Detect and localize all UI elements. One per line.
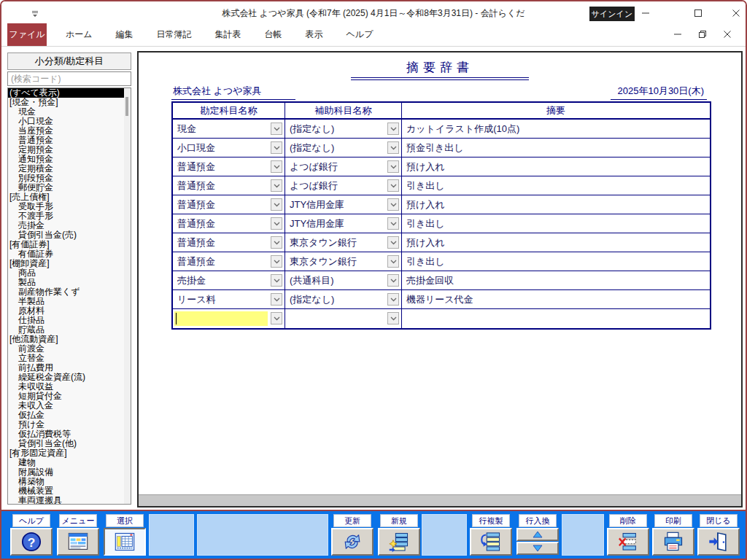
account-item[interactable]: 貸倒引当金(売): [8, 230, 131, 240]
subaccount-cell[interactable]: よつば銀行: [285, 176, 402, 195]
summary-cell[interactable]: 預け入れ: [402, 233, 710, 252]
dropdown-button[interactable]: [271, 179, 282, 192]
account-item[interactable]: 受取手形: [8, 202, 131, 211]
summary-cell[interactable]: 引き出し: [402, 214, 710, 233]
dropdown-button[interactable]: [387, 141, 399, 154]
account-item[interactable]: 未収収益: [8, 382, 131, 392]
toolbar-button-update[interactable]: 更新: [331, 514, 374, 556]
account-item[interactable]: 貸倒引当金(他): [8, 439, 131, 448]
account-category[interactable]: [現金・預金]: [8, 98, 131, 107]
dropdown-button[interactable]: [271, 198, 282, 211]
account-item[interactable]: 短期貸付金: [8, 392, 131, 401]
menu-item-daily-bookkeeping[interactable]: 日常簿記: [145, 28, 204, 41]
account-item[interactable]: (すべて表示): [8, 88, 131, 98]
account-item[interactable]: 立替金: [8, 354, 131, 363]
account-item[interactable]: 仕掛品: [8, 316, 131, 325]
summary-cell[interactable]: [402, 309, 710, 328]
dropdown-button[interactable]: [271, 217, 282, 230]
account-item[interactable]: 当座預金: [8, 126, 131, 136]
summary-cell[interactable]: 売掛金回収: [402, 271, 710, 289]
account-cell[interactable]: [173, 309, 285, 328]
subaccount-cell[interactable]: [285, 309, 402, 328]
dropdown-button[interactable]: [387, 198, 399, 211]
account-item[interactable]: 普通預金: [8, 136, 131, 145]
account-item[interactable]: 繰延税金資産(流): [8, 373, 131, 382]
account-item[interactable]: 半製品: [8, 297, 131, 306]
subaccount-cell[interactable]: 東京タウン銀行: [285, 233, 402, 252]
close-button[interactable]: [725, 6, 747, 20]
account-item[interactable]: 副産物作業くず: [8, 287, 131, 297]
dropdown-button[interactable]: [271, 312, 282, 324]
account-item[interactable]: 機械装置: [8, 486, 131, 496]
menu-file-tab[interactable]: ファイル: [7, 23, 47, 46]
account-item[interactable]: 原材料: [8, 306, 131, 316]
account-item[interactable]: 別段預金: [8, 174, 131, 183]
dropdown-button[interactable]: [387, 160, 399, 173]
summary-cell[interactable]: 引き出し: [402, 176, 710, 195]
account-name-input[interactable]: [174, 311, 268, 326]
dropdown-button[interactable]: [271, 141, 282, 154]
toolbar-button-help[interactable]: ヘルプ ?: [10, 514, 53, 556]
account-item[interactable]: 通知預金: [8, 155, 131, 164]
dropdown-button[interactable]: [271, 255, 282, 268]
menu-item-home[interactable]: ホーム: [54, 28, 104, 41]
row-swap-up-button[interactable]: [516, 528, 559, 541]
dropdown-button[interactable]: [387, 122, 399, 135]
toolbar-button-select[interactable]: 選択: [104, 514, 146, 556]
row-swap-down-button[interactable]: [516, 542, 559, 555]
account-cell[interactable]: 普通預金: [173, 214, 285, 233]
account-cell[interactable]: 普通預金: [173, 158, 285, 176]
account-item[interactable]: 製品: [8, 278, 131, 287]
list-scrollbar[interactable]: [124, 88, 131, 504]
account-item[interactable]: 建物: [8, 458, 131, 467]
mdi-close-button[interactable]: [715, 27, 740, 42]
account-item[interactable]: 附属設備: [8, 467, 131, 477]
toolbar-button-new[interactable]: 新規: [378, 514, 420, 556]
dropdown-button[interactable]: [387, 179, 399, 192]
dropdown-button[interactable]: [271, 160, 282, 173]
subaccount-cell[interactable]: JTY信用金庫: [285, 195, 402, 214]
toolbar-button-delete[interactable]: 削除: [607, 514, 649, 556]
dropdown-button[interactable]: [271, 236, 282, 249]
subaccount-cell[interactable]: 東京タウン銀行: [285, 252, 402, 271]
account-item[interactable]: 定期積金: [8, 164, 131, 174]
account-item[interactable]: 売掛金: [8, 221, 131, 230]
account-item[interactable]: 小口現金: [8, 117, 131, 126]
summary-cell[interactable]: カットイラスト作成(10点): [402, 120, 710, 138]
toolbar-button-menu[interactable]: メニュー: [57, 514, 99, 556]
account-category[interactable]: [他流動資産]: [8, 335, 131, 344]
account-item[interactable]: 商品: [8, 268, 131, 278]
summary-cell[interactable]: 機器リース代金: [402, 290, 710, 308]
horizontal-scrollbar[interactable]: [139, 494, 741, 506]
account-item[interactable]: 不渡手形: [8, 211, 131, 221]
toolbar-button-print[interactable]: 印刷: [652, 514, 694, 556]
scrollbar-thumb[interactable]: [125, 97, 128, 116]
account-item[interactable]: 仮払消費税等: [8, 429, 131, 439]
account-item[interactable]: 前渡金: [8, 344, 131, 354]
account-item[interactable]: 定期預金: [8, 145, 131, 155]
maximize-button[interactable]: [687, 6, 709, 20]
summary-cell[interactable]: 預け入れ: [402, 195, 710, 214]
dropdown-button[interactable]: [271, 122, 282, 135]
dropdown-button[interactable]: [271, 293, 282, 306]
summary-cell[interactable]: 預金引き出し: [402, 139, 710, 157]
account-cell[interactable]: 普通預金: [173, 233, 285, 252]
menu-item-summary-table[interactable]: 集計表: [204, 28, 253, 41]
dropdown-button[interactable]: [387, 217, 399, 230]
subaccount-cell[interactable]: (共通科目): [285, 271, 402, 289]
account-item[interactable]: 有価証券: [8, 249, 131, 259]
account-item[interactable]: 仮払金: [8, 411, 131, 420]
menu-item-view[interactable]: 表示: [294, 28, 335, 41]
account-item[interactable]: 車両運搬具: [8, 496, 131, 505]
dropdown-button[interactable]: [387, 293, 399, 306]
account-item[interactable]: 郵便貯金: [8, 183, 131, 192]
subaccount-cell[interactable]: (指定なし): [285, 290, 402, 308]
mdi-minimize-button[interactable]: [665, 27, 690, 42]
account-cell[interactable]: リース料: [173, 290, 285, 308]
account-category[interactable]: [売上債権]: [8, 192, 131, 202]
mdi-restore-button[interactable]: [690, 27, 715, 42]
dropdown-button[interactable]: [387, 255, 399, 268]
dropdown-button[interactable]: [387, 274, 399, 287]
account-cell[interactable]: 現金: [173, 120, 285, 138]
search-code-input[interactable]: [7, 71, 131, 86]
